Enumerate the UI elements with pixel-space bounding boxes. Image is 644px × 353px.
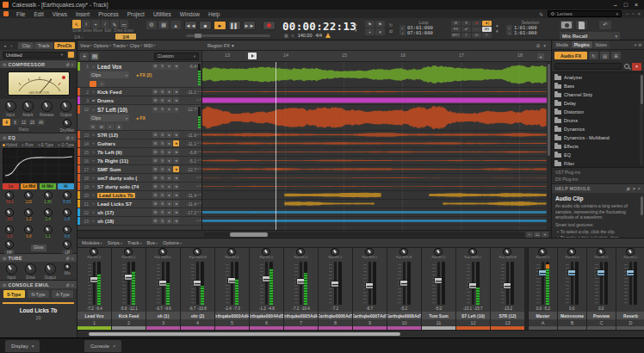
clip-lane[interactable]	[202, 96, 547, 105]
console-type-s-type[interactable]: S-Type	[3, 290, 25, 298]
strip-name[interactable]: Lead Vox	[77, 312, 111, 319]
mix-module-button-11[interactable]: ✎	[482, 33, 492, 38]
screenshot-button[interactable]	[560, 21, 573, 29]
nudge-down-icon[interactable]: ▾	[355, 28, 357, 33]
solo-button[interactable]: S	[159, 192, 165, 198]
track-name[interactable]: S7R (12)	[97, 133, 152, 138]
plugin-folder-filter[interactable]: Filter	[554, 159, 639, 168]
gear-icon[interactable]: ⚙	[65, 135, 70, 140]
pan-knob[interactable]	[227, 248, 236, 256]
eq-band-hi-button[interactable]: Hi	[58, 183, 74, 189]
plugin-folder-distortion[interactable]: Distortion	[554, 108, 639, 116]
volume-value[interactable]: -7.2	[332, 307, 339, 311]
pan-knob[interactable]	[597, 248, 605, 256]
mute-button[interactable]: M	[152, 132, 158, 138]
track-name[interactable]: S7 Left (10)	[97, 107, 152, 113]
pan-knob[interactable]	[296, 248, 305, 256]
track-name[interactable]: Lead Vox	[97, 64, 152, 70]
solo-button[interactable]: S	[159, 218, 165, 224]
mix-module-button-2[interactable]: ●	[472, 21, 481, 26]
input-echo-button[interactable]: ◄	[173, 209, 179, 215]
solo-button[interactable]: S	[159, 201, 165, 207]
volume-fader[interactable]	[472, 262, 474, 305]
export-button[interactable]	[576, 21, 587, 29]
undock-icon[interactable]: ⊞	[638, 42, 641, 47]
console-tab[interactable]: Console×	[84, 340, 121, 352]
eq-module-header[interactable]: ⊙ EQ ⚙≡	[0, 133, 77, 141]
trackview-menu-options[interactable]: Options▾	[94, 43, 111, 48]
clip-lane[interactable]	[202, 174, 547, 183]
power-icon[interactable]: ⊙	[3, 282, 7, 288]
track-manager-button[interactable]: ▤	[90, 53, 99, 60]
minimize-button[interactable]: –	[614, 2, 617, 8]
track-gain-value[interactable]: -6.8	[180, 150, 196, 155]
pan-knob[interactable]	[331, 248, 339, 256]
volume-fader[interactable]	[334, 262, 337, 305]
pan-knob[interactable]	[503, 248, 511, 256]
eq-q-knob[interactable]	[44, 226, 53, 234]
track-gain-value[interactable]: -12.7	[180, 167, 196, 172]
mix-module-button-8[interactable]: MTC	[451, 33, 461, 38]
clip-lane[interactable]	[202, 165, 547, 174]
track-gain-value[interactable]: -17.2	[180, 210, 196, 215]
collapse-icon[interactable]: ▾	[633, 186, 635, 191]
ratio-12-button[interactable]: 12	[20, 119, 28, 126]
tempo-value[interactable]: 140.00	[298, 33, 313, 38]
eq-freq-knob[interactable]	[63, 191, 71, 200]
plugin-folder-effects[interactable]: Effects	[554, 142, 639, 151]
eq-band-hi-mid-button[interactable]: Hi Mid	[40, 183, 56, 189]
mixer-strip-erthqake0004adst[interactable]: Pan 0% C-1.2-4.8Erthqake0004AdSt6	[250, 248, 284, 330]
input-echo-button[interactable]: ◄	[173, 97, 179, 103]
rewind-button[interactable]: ◄◄	[184, 21, 197, 30]
menu-file[interactable]: File	[12, 9, 29, 18]
track-gain-value[interactable]: -5.1	[180, 158, 196, 164]
track-header[interactable]: 2≈Kick FeedMS●◄-11.1▴ ▾	[77, 88, 201, 96]
clip-lane[interactable]	[202, 200, 547, 208]
compressor-module-header[interactable]: ⊙ COMPRESSOR ⚙≡	[0, 59, 77, 68]
console-menu-modules[interactable]: Modules▾	[82, 240, 102, 245]
gear-icon[interactable]: ⚙	[65, 62, 70, 67]
prev-marker-button[interactable]: ⚑	[365, 21, 375, 28]
nudge-up-icon[interactable]: ▴	[355, 22, 357, 27]
clip-view-dropdown[interactable]: Clips▾	[90, 115, 129, 121]
mute-button[interactable]: M	[152, 175, 158, 181]
trackview-menu-midi[interactable]: MIDI▾	[144, 43, 156, 48]
solo-button[interactable]: S	[159, 158, 165, 164]
pan-knob[interactable]	[468, 248, 477, 256]
volume-value[interactable]: 0.0	[536, 307, 541, 311]
add-marker-button[interactable]: +	[365, 28, 375, 35]
track-header[interactable]: 15≈7b Left (9)MS●◄-6.8▴ ▾	[77, 148, 201, 157]
mixer-strip-metronome[interactable]: Pan 0% C0.0MetronomeB	[558, 248, 587, 330]
gear-icon[interactable]: ⚙	[65, 282, 70, 288]
track-header[interactable]: 16≈7b Right (11)MS●◄-5.1▴ ▾	[77, 157, 201, 165]
solo-button[interactable]: S	[159, 107, 165, 113]
clip-lane[interactable]	[202, 217, 547, 226]
volume-fader[interactable]	[403, 262, 406, 305]
track-name[interactable]: Drums	[97, 98, 152, 103]
automation-button-0[interactable]: R	[90, 124, 96, 130]
track-fx-label[interactable]: ● FX	[136, 115, 146, 121]
track-header[interactable]: 19≈S7 durty solo (74MS●◄▴ ▾	[77, 183, 201, 191]
eq-gain-knob[interactable]	[5, 208, 14, 217]
track-header[interactable]: 17≈SMF SumMS●◄-12.7▴ ▾	[77, 165, 201, 174]
volume-value[interactable]: -5.2	[401, 307, 408, 311]
solo-button[interactable]: S	[159, 175, 165, 181]
volume-fader[interactable]	[437, 262, 440, 305]
strip-name[interactable]: Earthqke0008AdT	[387, 312, 421, 319]
pin-icon[interactable]: ▪	[9, 43, 15, 48]
mute-button[interactable]: M	[152, 209, 158, 215]
undo-button[interactable]: ↶	[599, 21, 611, 29]
close-button[interactable]: ×	[635, 2, 638, 8]
solo-button[interactable]: S	[159, 89, 165, 95]
input-echo-button[interactable]: ◄	[173, 192, 179, 198]
mixer-strip-s7-left-10-[interactable]: Pan 100% L-13.1-15.7S7 Left (10)12	[456, 248, 491, 330]
eq-mode-pure[interactable]: Pure	[22, 143, 34, 147]
solo-button[interactable]: S	[159, 209, 165, 215]
tab-clip[interactable]: Clip	[18, 42, 33, 49]
strip-name[interactable]: Master	[529, 312, 557, 319]
ratio-all-button[interactable]: All	[37, 119, 45, 126]
pan-knob[interactable]	[626, 248, 635, 256]
maximize-view-icon[interactable]: ⊞	[536, 43, 541, 48]
eq-curve-display[interactable]	[3, 148, 74, 183]
volume-fader[interactable]	[629, 262, 632, 305]
